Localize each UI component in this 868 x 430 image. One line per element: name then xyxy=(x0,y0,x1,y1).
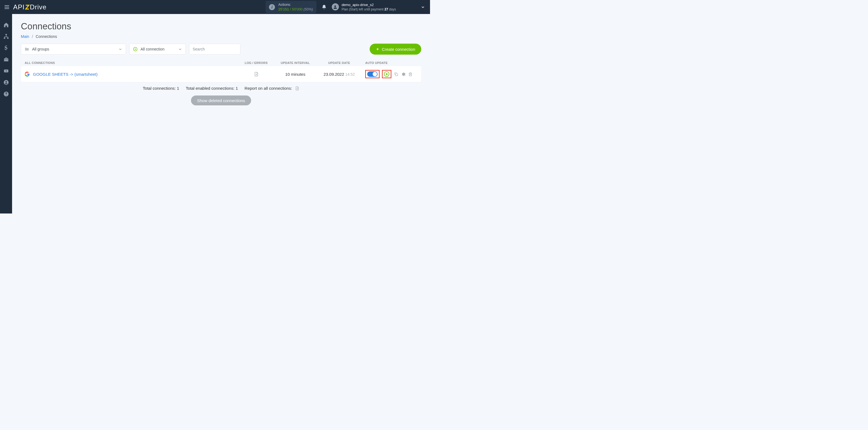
breadcrumb-main[interactable]: Main xyxy=(21,34,29,39)
user-menu[interactable]: demo_apix-drive_s2 Plan |Start| left unt… xyxy=(332,2,396,12)
svg-point-3 xyxy=(335,5,336,7)
nav-video-icon[interactable] xyxy=(0,65,12,76)
logo[interactable]: API Drive xyxy=(13,3,46,11)
google-icon xyxy=(25,72,30,76)
logo-prefix: API xyxy=(13,3,25,11)
svg-rect-4 xyxy=(5,34,7,35)
th-name: ALL CONNECTIONS xyxy=(25,61,238,64)
connection-link[interactable]: GOOGLE SHEETS -> (smartsheet) xyxy=(33,72,97,76)
summary-enabled: Total enabled connections: 1 xyxy=(186,86,238,91)
plus-icon xyxy=(376,47,379,51)
th-log: LOG / ERRORS xyxy=(238,61,275,64)
breadcrumb-separator: / xyxy=(32,34,33,39)
svg-point-12 xyxy=(5,81,7,82)
actions-panel[interactable]: i Actions: 25'151 / 50'000 (50%) xyxy=(266,1,316,13)
notifications-icon[interactable] xyxy=(321,4,327,10)
actions-used: 25'151 xyxy=(278,7,289,11)
info-icon: i xyxy=(269,4,275,10)
breadcrumb-current: Connections xyxy=(36,34,57,39)
actions-percent: (50%) xyxy=(302,7,313,11)
delete-trash-icon[interactable] xyxy=(408,72,413,76)
table-header: ALL CONNECTIONS LOG / ERRORS UPDATE INTE… xyxy=(21,60,421,66)
svg-rect-6 xyxy=(7,37,8,38)
search-field[interactable] xyxy=(189,43,240,55)
svg-rect-5 xyxy=(4,37,5,38)
page-title: Connections xyxy=(21,21,421,32)
logo-suffix: Drive xyxy=(30,3,46,11)
svg-rect-21 xyxy=(396,73,398,76)
auto-update-toggle[interactable] xyxy=(367,71,378,77)
create-connection-button[interactable]: Create connection xyxy=(370,43,421,55)
svg-point-14 xyxy=(6,95,6,95)
svg-rect-7 xyxy=(4,58,8,61)
row-actions xyxy=(363,70,417,78)
highlight-auto-toggle xyxy=(365,70,379,78)
avatar-icon xyxy=(332,3,339,10)
status-select-label: All connection xyxy=(141,47,178,51)
nav-profile-icon[interactable] xyxy=(0,76,12,88)
chevron-down-icon xyxy=(178,47,182,51)
status-select[interactable]: All connection xyxy=(129,43,186,55)
groups-select[interactable]: All groups xyxy=(21,43,126,55)
groups-select-label: All groups xyxy=(32,47,118,51)
actions-quota: / 50'000 xyxy=(289,7,302,11)
breadcrumb: Main / Connections xyxy=(21,34,421,39)
nav-help-icon[interactable] xyxy=(0,88,12,100)
row-interval: 10 minutes xyxy=(275,72,316,76)
summary-report: Report on all connections: xyxy=(245,86,300,91)
copy-icon[interactable] xyxy=(394,72,399,76)
summary-line: Total connections: 1 Total enabled conne… xyxy=(21,86,421,91)
main-content: Connections Main / Connections All group… xyxy=(12,14,430,214)
log-document-icon[interactable] xyxy=(254,72,259,76)
play-circle-icon xyxy=(133,47,138,52)
summary-total: Total connections: 1 xyxy=(143,86,179,91)
folder-icon xyxy=(24,47,29,52)
user-name: demo_apix-drive_s2 xyxy=(342,2,396,7)
th-auto: AUTO UPDATE xyxy=(363,61,417,64)
row-update-date: 23.09.2022 14:52 xyxy=(316,72,363,76)
th-date: UPDATE DATE xyxy=(316,61,363,64)
top-bar: API Drive i Actions: 25'151 / 50'000 (50… xyxy=(0,0,430,14)
settings-gear-icon[interactable] xyxy=(401,72,406,76)
actions-text: Actions: 25'151 / 50'000 (50%) xyxy=(278,2,313,12)
show-deleted-button[interactable]: Show deleted connections xyxy=(191,95,251,105)
svg-marker-16 xyxy=(135,48,136,50)
user-info: demo_apix-drive_s2 Plan |Start| left unt… xyxy=(342,2,396,12)
nav-briefcase-icon[interactable] xyxy=(0,54,12,65)
highlight-play xyxy=(382,70,391,78)
filter-bar: All groups All connection xyxy=(21,43,421,55)
table-row: GOOGLE SHEETS -> (smartsheet) 10 minutes… xyxy=(21,66,421,82)
actions-label: Actions: xyxy=(278,2,313,7)
chevron-down-icon xyxy=(118,47,122,51)
hamburger-icon[interactable] xyxy=(4,4,10,10)
th-interval: UPDATE INTERVAL xyxy=(275,61,316,64)
run-now-button[interactable] xyxy=(384,71,390,77)
nav-home-icon[interactable] xyxy=(0,19,12,30)
plan-line: Plan |Start| left until payment 27 days xyxy=(342,7,396,11)
sidebar xyxy=(0,14,12,214)
nav-connections-icon[interactable] xyxy=(0,30,12,42)
create-connection-label: Create connection xyxy=(382,47,415,52)
user-menu-chevron-icon[interactable] xyxy=(421,5,425,9)
nav-billing-icon[interactable] xyxy=(0,42,12,54)
search-input[interactable] xyxy=(193,47,237,51)
report-document-icon[interactable] xyxy=(295,86,300,91)
